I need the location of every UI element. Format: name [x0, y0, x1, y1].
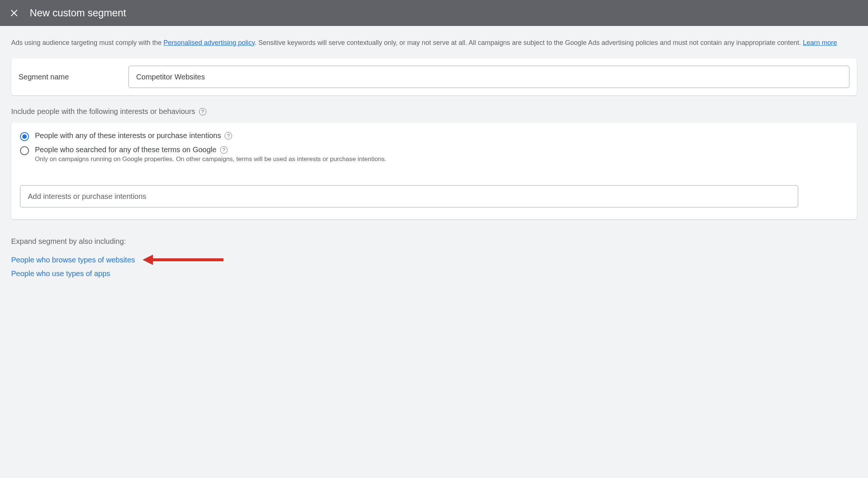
dialog-header: New custom segment [0, 0, 868, 26]
help-icon[interactable]: ? [220, 146, 228, 154]
options-card: People with any of these interests or pu… [11, 122, 857, 219]
help-icon[interactable]: ? [199, 108, 206, 115]
segment-name-input[interactable] [128, 66, 849, 88]
expand-link-apps[interactable]: People who use types of apps [11, 269, 110, 278]
radio-sublabel-searched: Only on campaigns running on Google prop… [35, 155, 848, 163]
include-label-text: Include people with the following intere… [11, 107, 195, 116]
policy-text-prefix: Ads using audience targeting must comply… [11, 39, 163, 46]
radio-button-selected-icon [20, 132, 29, 141]
personalised-advertising-policy-link[interactable]: Personalised advertising policy [163, 39, 255, 46]
expand-link-websites[interactable]: People who browse types of websites [11, 256, 135, 264]
arrow-annotation-icon [143, 255, 223, 265]
segment-name-label: Segment name [19, 73, 69, 81]
policy-notice: Ads using audience targeting must comply… [11, 38, 857, 48]
include-section-label: Include people with the following intere… [11, 107, 857, 116]
dialog-title: New custom segment [30, 7, 126, 19]
help-icon[interactable]: ? [225, 132, 232, 140]
dialog-content: Ads using audience targeting must comply… [0, 26, 868, 294]
interests-input[interactable] [20, 185, 798, 207]
policy-text-middle: . Sensitive keywords will serve contextu… [255, 39, 803, 46]
close-icon[interactable] [7, 6, 21, 20]
learn-more-link[interactable]: Learn more [803, 39, 837, 46]
radio-option-searched[interactable]: People who searched for any of these ter… [20, 145, 848, 163]
expand-link-row-websites: People who browse types of websites [11, 255, 857, 265]
radio-button-unselected-icon [20, 146, 29, 155]
expand-section-label: Expand segment by also including: [11, 237, 857, 246]
segment-name-card: Segment name [11, 58, 857, 95]
expand-link-row-apps: People who use types of apps [11, 269, 857, 278]
radio-label-searched: People who searched for any of these ter… [35, 145, 216, 154]
radio-content: People who searched for any of these ter… [35, 145, 848, 163]
radio-content: People with any of these interests or pu… [35, 131, 848, 140]
radio-option-interests[interactable]: People with any of these interests or pu… [20, 131, 848, 141]
radio-label-interests: People with any of these interests or pu… [35, 131, 221, 140]
